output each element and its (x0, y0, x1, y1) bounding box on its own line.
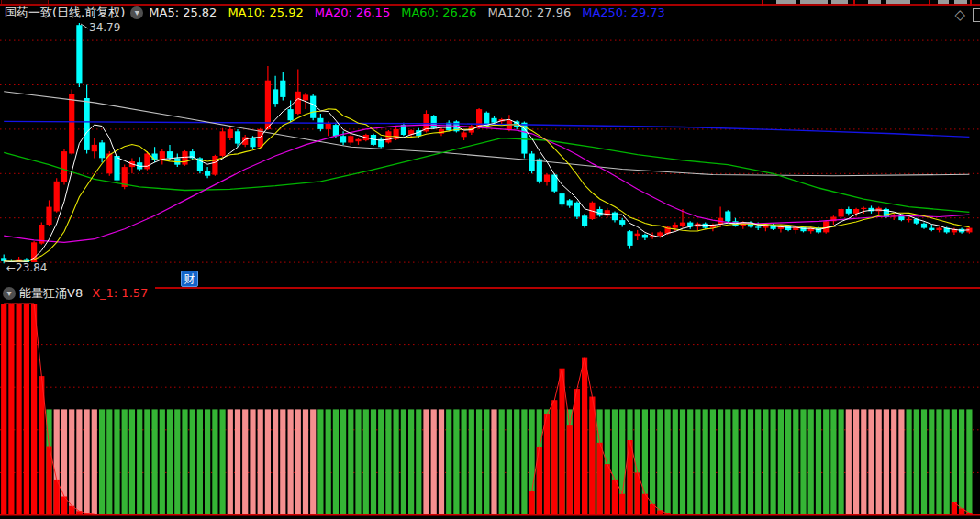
indicator-title: 能量狂涌V8 (19, 285, 83, 302)
high-price-label: 34.79 (89, 22, 120, 34)
low-price-label: ←23.84 (6, 262, 47, 274)
indicator-value: X_1: 1.57 (92, 286, 148, 300)
finance-report-marker[interactable]: 财 (181, 271, 198, 287)
candles (1, 23, 972, 266)
indicator-band-bars (46, 409, 972, 514)
chevron-down-circle-icon[interactable]: ▾ (3, 287, 16, 300)
indicator-panel-header: ▾ 能量狂涌V8 X_1: 1.57 (0, 284, 155, 302)
stock-chart-window: 国药一致(日线.前复权) ▾ MA5: 25.82MA10: 25.92MA20… (0, 0, 980, 519)
ma60-line (4, 138, 969, 213)
